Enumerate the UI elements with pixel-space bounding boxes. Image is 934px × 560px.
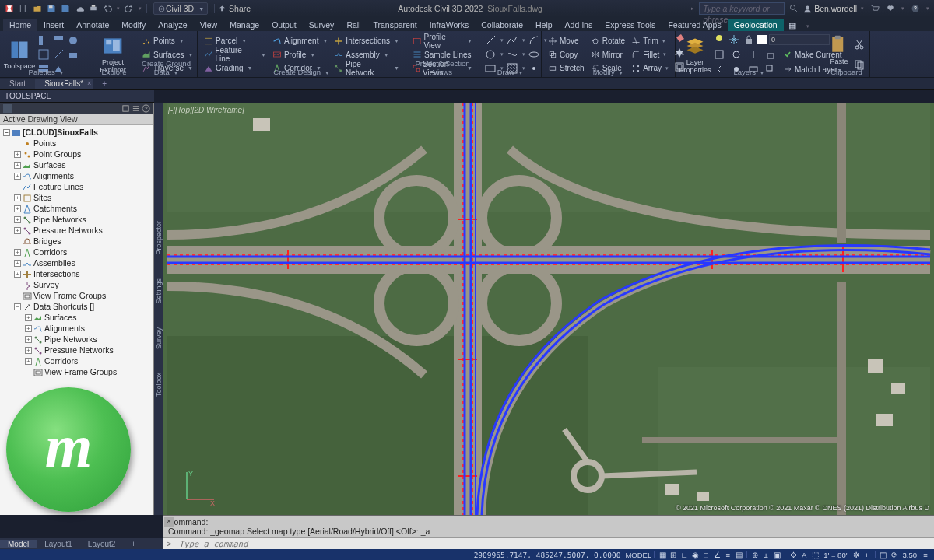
trim-button[interactable]: Trim▾: [630, 36, 670, 47]
tab-output[interactable]: Output: [265, 19, 303, 31]
cloud-icon[interactable]: [73, 2, 86, 15]
tree-root[interactable]: −[CLOUD]SiouxFalls: [0, 127, 153, 138]
palette-icon[interactable]: [67, 34, 79, 47]
tree-node[interactable]: +Surfaces: [0, 159, 153, 170]
tree-node[interactable]: +Pipe Networks: [0, 334, 153, 345]
alignment-button[interactable]: Alignment▼: [271, 36, 329, 47]
polyline-icon[interactable]: [506, 34, 518, 47]
add-layout-button[interactable]: +: [123, 540, 143, 548]
customization-icon[interactable]: ≡: [920, 550, 931, 559]
user-menu[interactable]: Ben.wardell▾: [803, 4, 866, 13]
tree-node[interactable]: +Pressure Networks: [0, 345, 153, 355]
tab-analyze[interactable]: Analyze: [152, 19, 193, 31]
model-button[interactable]: MODEL: [625, 551, 651, 559]
tab-collaborate[interactable]: Collaborate: [475, 19, 529, 31]
ortho-icon[interactable]: ∟: [679, 550, 690, 559]
samplelines-button[interactable]: Sample Lines: [411, 49, 474, 60]
palette-icon[interactable]: [67, 48, 79, 61]
tree-node[interactable]: +Corridors: [0, 355, 153, 366]
tab-addins[interactable]: Add-ins: [559, 19, 599, 31]
tab-view[interactable]: View: [194, 19, 224, 31]
saveas-icon[interactable]: [59, 2, 72, 15]
tree-node[interactable]: Feature Lines: [0, 181, 153, 192]
tab-toolbox[interactable]: Toolbox: [155, 373, 163, 397]
assembly-button[interactable]: Assembly▼: [332, 49, 401, 60]
new-tab-button[interactable]: +: [93, 79, 111, 89]
osnap-icon[interactable]: □: [700, 550, 711, 559]
ts-list-icon[interactable]: [132, 104, 140, 113]
plus-icon[interactable]: +: [862, 550, 873, 559]
tree-node[interactable]: +Sites: [0, 192, 153, 203]
tab-modify[interactable]: Modify: [115, 19, 152, 31]
tab-settings[interactable]: Settings: [155, 278, 163, 304]
document-tab[interactable]: SiouxFalls*×: [35, 79, 93, 89]
hardware-icon[interactable]: ⟳: [889, 550, 900, 559]
tree-node[interactable]: Survey: [0, 279, 153, 290]
snap-icon[interactable]: ⊞: [668, 550, 679, 559]
points-button[interactable]: Points▼: [140, 36, 195, 47]
tab-home[interactable]: Home: [3, 19, 37, 31]
palette-icon[interactable]: [52, 48, 65, 61]
tree-node[interactable]: +Pressure Networks: [0, 225, 153, 236]
open-icon[interactable]: [31, 2, 44, 15]
search-input[interactable]: Type a keyword or phrase: [699, 2, 785, 15]
zoom-readout[interactable]: 3.50: [903, 551, 918, 559]
surfaces-button[interactable]: Surfaces▼: [140, 49, 195, 60]
workspace-dropdown[interactable]: Civil 3D▼: [153, 2, 208, 15]
tab-insert[interactable]: Insert: [37, 19, 70, 31]
ts-home-icon[interactable]: [3, 104, 12, 113]
move-button[interactable]: Move: [546, 36, 586, 47]
model-tab[interactable]: Model: [0, 540, 37, 548]
scale-readout[interactable]: 1' = 80': [823, 551, 847, 559]
gear-icon[interactable]: ✲: [851, 550, 862, 559]
new-icon[interactable]: [17, 2, 30, 15]
layer-iso-icon[interactable]: [713, 48, 725, 61]
transparency-icon[interactable]: ▤: [733, 550, 744, 559]
tree-node[interactable]: Points: [0, 138, 153, 149]
layer-bulb-icon[interactable]: [713, 33, 725, 46]
line-icon[interactable]: [484, 34, 497, 47]
tree-node[interactable]: +Alignments: [0, 170, 153, 181]
arc-icon[interactable]: [528, 34, 540, 47]
tree-node[interactable]: Bridges: [0, 236, 153, 247]
annotation-icon[interactable]: A: [799, 550, 809, 559]
drawing-viewport[interactable]: Prospector Settings Survey Toolbox: [154, 103, 934, 515]
tab-manage[interactable]: Manage: [223, 19, 265, 31]
tree-node[interactable]: View Frame Groups: [0, 366, 153, 377]
palette-icon[interactable]: [37, 34, 50, 47]
tab-help[interactable]: Help: [529, 19, 559, 31]
spline-icon[interactable]: [506, 48, 518, 61]
profileview-button[interactable]: Profile View▼: [411, 36, 474, 47]
parcel-button[interactable]: Parcel▼: [202, 36, 268, 47]
palette-icon[interactable]: [52, 34, 65, 47]
workspace-icon[interactable]: ⚙: [788, 550, 799, 559]
active-drawing-view[interactable]: Active Drawing View: [0, 114, 153, 125]
fillet-button[interactable]: Fillet▾: [630, 49, 670, 60]
layer-name-input[interactable]: [769, 34, 830, 45]
layer-frz-icon[interactable]: [747, 48, 760, 61]
undo-icon[interactable]: [101, 2, 114, 15]
tab-rail[interactable]: Rail: [340, 19, 367, 31]
sc-icon[interactable]: ⊕: [750, 550, 760, 559]
tree-node[interactable]: +Pipe Networks: [0, 214, 153, 225]
profile-button[interactable]: Profile▼: [271, 49, 329, 60]
featureline-button[interactable]: Feature Line▼: [202, 49, 268, 60]
share-button[interactable]: Share: [218, 4, 251, 13]
copy-button[interactable]: Copy: [546, 49, 586, 60]
intersections-button[interactable]: Intersections▼: [332, 36, 401, 47]
favorite-icon[interactable]: [884, 2, 897, 15]
viewport-label[interactable]: [-][Top][2D Wireframe]: [168, 106, 244, 114]
redo-icon[interactable]: [123, 2, 135, 15]
grid-icon[interactable]: ▦: [657, 550, 668, 559]
start-tab[interactable]: Start: [0, 79, 35, 89]
tree-node[interactable]: +Catchments: [0, 203, 153, 214]
tree-node[interactable]: +Point Groups: [0, 149, 153, 159]
tree-shortcuts[interactable]: −Data Shortcuts []: [0, 301, 153, 312]
cart-icon[interactable]: [869, 2, 881, 15]
annoscale-icon[interactable]: ⬚: [809, 550, 820, 559]
circle-icon[interactable]: [484, 48, 497, 61]
app-menu-icon[interactable]: [3, 2, 16, 15]
layer-lck-icon[interactable]: [764, 48, 777, 61]
search-icon[interactable]: [788, 2, 800, 15]
tree-node[interactable]: +Surfaces: [0, 312, 153, 323]
